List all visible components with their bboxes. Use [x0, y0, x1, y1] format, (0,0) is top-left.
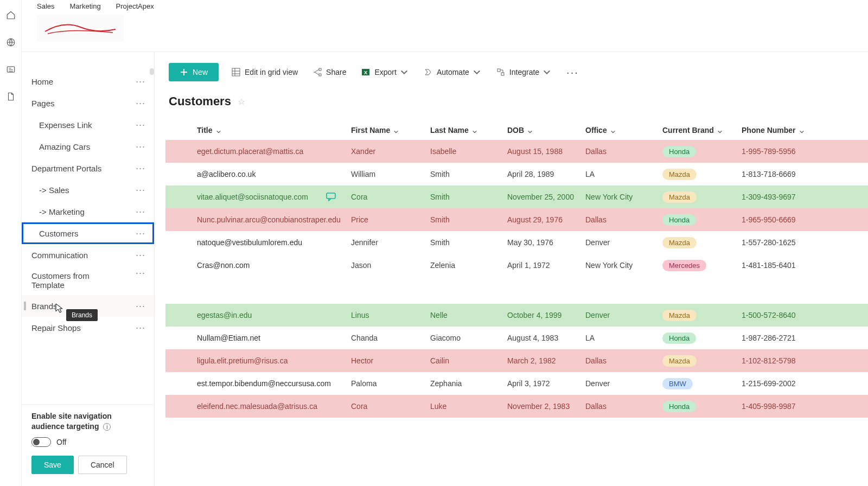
sidebar-item-expenses-link[interactable]: Expenses Link··· — [22, 114, 154, 136]
cell-phone: 1-405-998-9987 — [742, 402, 823, 411]
item-actions-button[interactable]: ··· — [136, 188, 145, 191]
cell-lastname: Nelle — [430, 311, 507, 319]
share-icon — [313, 68, 322, 76]
cell-title[interactable]: eleifend.nec.malesuada@atrisus.ca — [197, 402, 351, 411]
cell-title[interactable]: vitae.aliquet@sociisnatoque.com — [197, 193, 351, 201]
table-row[interactable]: egestas@in.eduLinusNelleOctober 4, 1999D… — [165, 304, 868, 327]
comment-icon[interactable] — [326, 193, 337, 201]
chevron-down-icon — [527, 127, 533, 133]
table-row[interactable]: eget.dictum.placerat@mattis.caXanderIsab… — [165, 140, 868, 163]
share-button[interactable]: Share — [311, 65, 348, 79]
column-phone[interactable]: Phone Number — [742, 126, 823, 135]
cell-title[interactable]: est.tempor.bibendum@neccursusa.com — [197, 379, 351, 388]
svg-rect-8 — [501, 73, 504, 75]
sidebar-item-brands[interactable]: Brands···Brands — [22, 295, 154, 317]
favorite-star-icon[interactable]: ☆ — [238, 97, 245, 107]
cell-office: Denver — [585, 311, 662, 319]
sidebar-item-customers[interactable]: Customers··· — [22, 222, 154, 244]
cell-phone: 1-987-286-2721 — [742, 334, 823, 342]
item-actions-button[interactable]: ··· — [136, 80, 145, 83]
sidebar-item--sales[interactable]: -> Sales··· — [22, 179, 154, 201]
chevron-down-icon — [717, 127, 723, 133]
document-icon[interactable] — [5, 91, 16, 102]
sidebar-item-department-portals[interactable]: Department Portals··· — [22, 157, 154, 179]
globe-icon[interactable] — [5, 37, 16, 48]
cell-title[interactable]: natoque@vestibulumlorem.edu — [197, 238, 351, 247]
cell-title[interactable]: Cras@non.com — [197, 261, 351, 270]
brand-badge: Honda — [662, 214, 696, 226]
table-row[interactable]: Cras@non.comJasonZeleniaApril 1, 1972New… — [165, 254, 868, 277]
automate-button[interactable]: Automate — [422, 65, 483, 79]
top-tab-projectapex[interactable]: ProjectApex — [116, 2, 154, 10]
svg-rect-2 — [232, 68, 240, 76]
excel-icon: X — [361, 68, 370, 76]
export-button[interactable]: X Export — [359, 65, 410, 79]
column-title[interactable]: Title — [197, 126, 351, 135]
cell-title[interactable]: eget.dictum.placerat@mattis.ca — [197, 147, 351, 156]
table-row[interactable]: Nunc.pulvinar.arcu@conubianostraper.eduP… — [165, 208, 868, 231]
chevron-down-icon — [400, 68, 409, 76]
cell-phone: 1-500-572-8640 — [742, 311, 823, 319]
sidebar-item-customers-from-template[interactable]: Customers from Template··· — [22, 266, 154, 295]
column-dob[interactable]: DOB — [507, 126, 585, 135]
cell-title[interactable]: ligula.elit.pretium@risus.ca — [197, 356, 351, 365]
more-actions-button[interactable]: ··· — [564, 66, 581, 79]
top-tab-marketing[interactable]: Marketing — [70, 2, 101, 10]
chevron-down-icon — [542, 68, 551, 76]
sidebar-item-pages[interactable]: Pages··· — [22, 92, 154, 114]
cell-lastname: Cailin — [430, 356, 507, 365]
sidebar-item-amazing-cars[interactable]: Amazing Cars··· — [22, 136, 154, 157]
table-row[interactable]: a@aclibero.co.ukWilliamSmithApril 28, 19… — [165, 163, 868, 186]
item-actions-button[interactable]: ··· — [136, 167, 145, 170]
top-tab-sales[interactable]: Sales — [37, 2, 55, 10]
news-icon[interactable] — [5, 64, 16, 75]
table-row[interactable]: Nullam@Etiam.netChandaGiacomoAugust 4, 1… — [165, 327, 868, 349]
cancel-button[interactable]: Cancel — [78, 456, 127, 474]
table-row[interactable]: ligula.elit.pretium@risus.caHectorCailin… — [165, 349, 868, 372]
svg-text:X: X — [364, 70, 367, 75]
column-office[interactable]: Office — [585, 126, 662, 135]
cell-brand: Honda — [662, 214, 742, 226]
column-brand[interactable]: Current Brand — [662, 126, 742, 135]
brand-badge: Mazda — [662, 169, 697, 180]
item-actions-button[interactable]: ··· — [136, 271, 145, 274]
cell-title[interactable]: Nullam@Etiam.net — [197, 334, 351, 342]
audience-targeting-toggle[interactable] — [31, 437, 51, 447]
item-actions-button[interactable]: ··· — [136, 232, 145, 235]
drag-handle[interactable] — [24, 302, 26, 310]
sidebar-item-communication[interactable]: Communication··· — [22, 244, 154, 266]
cell-office: Dallas — [585, 402, 662, 411]
item-actions-button[interactable]: ··· — [136, 101, 145, 105]
new-button[interactable]: New — [169, 63, 219, 81]
item-actions-button[interactable]: ··· — [136, 253, 145, 257]
integrate-button[interactable]: Integrate — [494, 65, 553, 79]
save-button[interactable]: Save — [31, 456, 74, 474]
item-actions-button[interactable]: ··· — [136, 326, 145, 329]
svg-rect-7 — [497, 69, 500, 72]
home-icon[interactable] — [5, 10, 16, 21]
item-actions-button[interactable]: ··· — [136, 123, 145, 126]
edit-grid-button[interactable]: Edit in grid view — [229, 65, 300, 79]
cell-phone: 1-995-789-5956 — [742, 147, 823, 156]
table-row[interactable]: est.tempor.bibendum@neccursusa.comPaloma… — [165, 372, 868, 395]
sidebar-item--marketing[interactable]: -> Marketing··· — [22, 201, 154, 222]
table-row[interactable]: vitae.aliquet@sociisnatoque.comCoraSmith… — [165, 186, 868, 208]
item-actions-button[interactable]: ··· — [136, 210, 145, 213]
cell-brand: Honda — [662, 332, 742, 344]
chevron-down-icon — [393, 127, 399, 133]
cell-title[interactable]: egestas@in.edu — [197, 311, 351, 319]
table-row[interactable]: eleifend.nec.malesuada@atrisus.caCoraLuk… — [165, 395, 868, 418]
brand-badge: Honda — [662, 401, 696, 412]
table-row[interactable]: natoque@vestibulumlorem.eduJenniferSmith… — [165, 231, 868, 254]
cell-title[interactable]: a@aclibero.co.uk — [197, 170, 351, 178]
list-content: New Edit in grid view Share X Export — [155, 52, 868, 486]
cell-office: LA — [585, 334, 662, 342]
info-icon[interactable]: i — [103, 423, 111, 431]
item-actions-button[interactable]: ··· — [136, 304, 145, 308]
column-firstname[interactable]: First Name — [351, 126, 430, 135]
sidebar-item-home[interactable]: Home··· — [22, 71, 154, 92]
cursor-icon — [54, 303, 64, 315]
cell-title[interactable]: Nunc.pulvinar.arcu@conubianostraper.edu — [197, 215, 351, 224]
item-actions-button[interactable]: ··· — [136, 145, 145, 148]
column-lastname[interactable]: Last Name — [430, 126, 507, 135]
